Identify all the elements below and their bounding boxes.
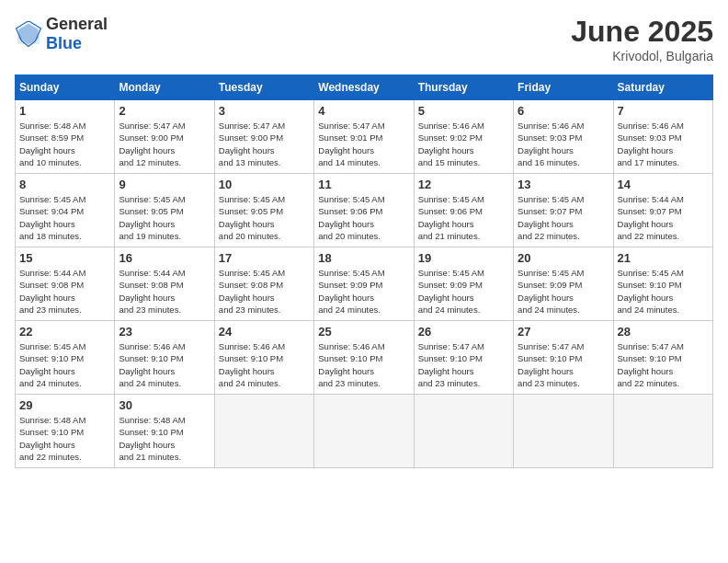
calendar-cell — [613, 395, 712, 468]
calendar-cell — [314, 395, 414, 468]
calendar-table: SundayMondayTuesdayWednesdayThursdayFrid… — [15, 75, 713, 468]
calendar-cell: 1 Sunrise: 5:48 AM Sunset: 8:59 PM Dayli… — [16, 100, 115, 174]
day-info: Sunrise: 5:47 AM Sunset: 9:10 PM Dayligh… — [518, 340, 609, 389]
calendar-cell: 4 Sunrise: 5:47 AM Sunset: 9:01 PM Dayli… — [314, 100, 414, 174]
calendar-cell — [514, 395, 613, 468]
calendar-cell — [214, 395, 313, 468]
day-info: Sunrise: 5:46 AM Sunset: 9:02 PM Dayligh… — [418, 120, 509, 168]
day-number: 10 — [219, 178, 310, 191]
day-info: Sunrise: 5:46 AM Sunset: 9:03 PM Dayligh… — [518, 120, 609, 168]
day-info: Sunrise: 5:48 AM Sunset: 8:59 PM Dayligh… — [19, 120, 110, 168]
day-info: Sunrise: 5:45 AM Sunset: 9:10 PM Dayligh… — [19, 340, 110, 389]
day-number: 22 — [19, 325, 110, 339]
day-number: 23 — [119, 325, 210, 339]
day-number: 13 — [518, 178, 609, 191]
day-number: 5 — [418, 104, 509, 118]
calendar-cell: 7 Sunrise: 5:46 AM Sunset: 9:03 PM Dayli… — [613, 100, 712, 174]
day-info: Sunrise: 5:45 AM Sunset: 9:07 PM Dayligh… — [518, 193, 609, 242]
logo-blue: Blue — [46, 34, 82, 52]
calendar-cell: 26 Sunrise: 5:47 AM Sunset: 9:10 PM Dayl… — [414, 321, 513, 395]
logo: General Blue — [15, 15, 108, 53]
calendar-cell: 28 Sunrise: 5:47 AM Sunset: 9:10 PM Dayl… — [613, 321, 712, 395]
calendar-week-3: 15 Sunrise: 5:44 AM Sunset: 9:08 PM Dayl… — [16, 247, 713, 321]
day-number: 29 — [19, 398, 110, 412]
calendar-cell: 24 Sunrise: 5:46 AM Sunset: 9:10 PM Dayl… — [214, 321, 313, 395]
day-info: Sunrise: 5:44 AM Sunset: 9:07 PM Dayligh… — [618, 193, 709, 242]
day-info: Sunrise: 5:45 AM Sunset: 9:04 PM Dayligh… — [19, 193, 110, 242]
page-header: General Blue June 2025 Krivodol, Bulgari… — [15, 15, 713, 63]
header-thursday: Thursday — [414, 75, 513, 100]
day-info: Sunrise: 5:47 AM Sunset: 9:00 PM Dayligh… — [119, 120, 210, 168]
day-info: Sunrise: 5:45 AM Sunset: 9:05 PM Dayligh… — [119, 193, 210, 242]
calendar-cell: 30 Sunrise: 5:48 AM Sunset: 9:10 PM Dayl… — [115, 395, 214, 468]
day-number: 8 — [19, 178, 110, 191]
day-number: 25 — [318, 325, 409, 339]
day-info: Sunrise: 5:45 AM Sunset: 9:06 PM Dayligh… — [418, 193, 509, 242]
day-number: 21 — [618, 251, 709, 265]
header-friday: Friday — [514, 75, 613, 100]
day-number: 11 — [318, 178, 409, 191]
calendar-cell: 11 Sunrise: 5:45 AM Sunset: 9:06 PM Dayl… — [314, 174, 414, 247]
calendar-cell: 13 Sunrise: 5:45 AM Sunset: 9:07 PM Dayl… — [514, 174, 613, 247]
day-info: Sunrise: 5:45 AM Sunset: 9:09 PM Dayligh… — [518, 267, 609, 316]
logo-icon — [15, 20, 42, 48]
day-number: 27 — [518, 325, 609, 339]
calendar-cell: 15 Sunrise: 5:44 AM Sunset: 9:08 PM Dayl… — [16, 247, 115, 321]
day-number: 16 — [119, 251, 210, 265]
calendar-subtitle: Krivodol, Bulgaria — [571, 49, 713, 63]
calendar-cell: 20 Sunrise: 5:45 AM Sunset: 9:09 PM Dayl… — [514, 247, 613, 321]
calendar-week-1: 1 Sunrise: 5:48 AM Sunset: 8:59 PM Dayli… — [16, 100, 713, 174]
calendar-cell: 29 Sunrise: 5:48 AM Sunset: 9:10 PM Dayl… — [16, 395, 115, 468]
header-monday: Monday — [115, 75, 214, 100]
day-info: Sunrise: 5:45 AM Sunset: 9:09 PM Dayligh… — [418, 267, 509, 316]
calendar-cell: 22 Sunrise: 5:45 AM Sunset: 9:10 PM Dayl… — [16, 321, 115, 395]
day-info: Sunrise: 5:46 AM Sunset: 9:10 PM Dayligh… — [219, 340, 310, 389]
title-area: June 2025 Krivodol, Bulgaria — [571, 15, 713, 63]
day-number: 1 — [19, 104, 110, 118]
calendar-cell: 18 Sunrise: 5:45 AM Sunset: 9:09 PM Dayl… — [314, 247, 414, 321]
header-sunday: Sunday — [16, 75, 115, 100]
calendar-cell: 10 Sunrise: 5:45 AM Sunset: 9:05 PM Dayl… — [214, 174, 313, 247]
calendar-cell: 17 Sunrise: 5:45 AM Sunset: 9:08 PM Dayl… — [214, 247, 313, 321]
day-info: Sunrise: 5:45 AM Sunset: 9:08 PM Dayligh… — [219, 267, 310, 316]
calendar-cell: 8 Sunrise: 5:45 AM Sunset: 9:04 PM Dayli… — [16, 174, 115, 247]
calendar-week-4: 22 Sunrise: 5:45 AM Sunset: 9:10 PM Dayl… — [16, 321, 713, 395]
calendar-cell — [414, 395, 513, 468]
day-number: 19 — [418, 251, 509, 265]
calendar-cell: 12 Sunrise: 5:45 AM Sunset: 9:06 PM Dayl… — [414, 174, 513, 247]
day-number: 14 — [618, 178, 709, 191]
day-number: 3 — [219, 104, 310, 118]
day-number: 20 — [518, 251, 609, 265]
day-info: Sunrise: 5:48 AM Sunset: 9:10 PM Dayligh… — [119, 414, 210, 463]
day-number: 4 — [318, 104, 409, 118]
day-info: Sunrise: 5:45 AM Sunset: 9:06 PM Dayligh… — [318, 193, 409, 242]
calendar-cell: 25 Sunrise: 5:46 AM Sunset: 9:10 PM Dayl… — [314, 321, 414, 395]
calendar-cell: 23 Sunrise: 5:46 AM Sunset: 9:10 PM Dayl… — [115, 321, 214, 395]
calendar-cell: 14 Sunrise: 5:44 AM Sunset: 9:07 PM Dayl… — [613, 174, 712, 247]
calendar-week-2: 8 Sunrise: 5:45 AM Sunset: 9:04 PM Dayli… — [16, 174, 713, 247]
day-number: 28 — [618, 325, 709, 339]
day-number: 6 — [518, 104, 609, 118]
day-number: 18 — [318, 251, 409, 265]
day-number: 24 — [219, 325, 310, 339]
day-info: Sunrise: 5:45 AM Sunset: 9:09 PM Dayligh… — [318, 267, 409, 316]
day-number: 2 — [119, 104, 210, 118]
calendar-cell: 27 Sunrise: 5:47 AM Sunset: 9:10 PM Dayl… — [514, 321, 613, 395]
day-info: Sunrise: 5:48 AM Sunset: 9:10 PM Dayligh… — [19, 414, 110, 463]
day-number: 26 — [418, 325, 509, 339]
header-saturday: Saturday — [613, 75, 712, 100]
calendar-cell: 16 Sunrise: 5:44 AM Sunset: 9:08 PM Dayl… — [115, 247, 214, 321]
logo-text: General Blue — [46, 15, 108, 53]
day-number: 17 — [219, 251, 310, 265]
day-info: Sunrise: 5:47 AM Sunset: 9:10 PM Dayligh… — [618, 340, 709, 389]
header-tuesday: Tuesday — [214, 75, 313, 100]
day-number: 7 — [618, 104, 709, 118]
day-info: Sunrise: 5:45 AM Sunset: 9:10 PM Dayligh… — [618, 267, 709, 316]
calendar-week-5: 29 Sunrise: 5:48 AM Sunset: 9:10 PM Dayl… — [16, 395, 713, 468]
header-wednesday: Wednesday — [314, 75, 414, 100]
day-info: Sunrise: 5:47 AM Sunset: 9:00 PM Dayligh… — [219, 120, 310, 168]
calendar-cell: 21 Sunrise: 5:45 AM Sunset: 9:10 PM Dayl… — [613, 247, 712, 321]
day-info: Sunrise: 5:47 AM Sunset: 9:01 PM Dayligh… — [318, 120, 409, 168]
calendar-cell: 6 Sunrise: 5:46 AM Sunset: 9:03 PM Dayli… — [514, 100, 613, 174]
day-info: Sunrise: 5:46 AM Sunset: 9:03 PM Dayligh… — [618, 120, 709, 168]
